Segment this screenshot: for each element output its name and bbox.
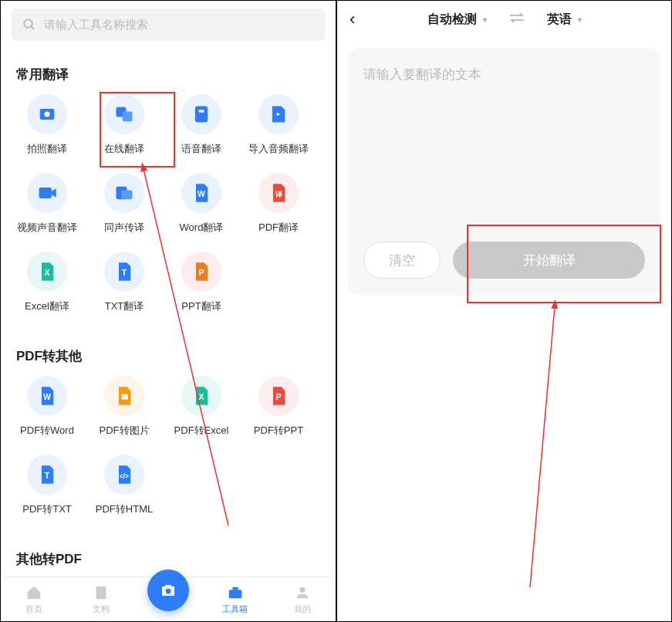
ppt-icon: P (181, 252, 221, 292)
svg-rect-17 (122, 394, 128, 400)
section-title-1: 常用翻译 (1, 49, 336, 94)
tools-grid-2: W PDF转Word PDF转图片 X PDF转Excel P PDF转PPT … (1, 376, 336, 533)
button-row: 清空 开始翻译 (363, 242, 645, 279)
svg-rect-10 (122, 191, 133, 200)
svg-text:P: P (275, 392, 281, 401)
nav-toolbox[interactable]: 工具箱 (201, 577, 268, 621)
svg-line-28 (530, 306, 555, 587)
import-audio-icon (258, 94, 299, 134)
pdf2word-icon: W (27, 376, 67, 416)
swap-button[interactable] (508, 12, 525, 26)
camera-fab-icon (147, 570, 189, 611)
tool-label: 在线翻译 (104, 142, 144, 156)
svg-text:T: T (122, 268, 127, 277)
svg-text:译: 译 (275, 191, 283, 198)
nav-label: 首页 (25, 603, 42, 615)
tool-pdf2image[interactable]: PDF转图片 (86, 376, 163, 438)
tool-label: PDF转PPT (254, 424, 303, 438)
doc-icon (92, 583, 110, 602)
top-bar: ‹ 自动检测▾ 英语▾ (337, 1, 671, 38)
svg-text:X: X (198, 392, 204, 401)
svg-text:</>: </> (120, 473, 129, 480)
svg-rect-8 (39, 188, 52, 198)
nav-label: 我的 (294, 603, 311, 615)
tool-txt-translate[interactable]: T TXT翻译 (86, 252, 163, 313)
search-input[interactable]: 请输入工具名称搜索 (12, 8, 325, 41)
svg-text:W: W (43, 392, 51, 401)
search-icon (22, 18, 36, 32)
home-icon (25, 583, 43, 602)
tool-label: 拍照翻译 (27, 142, 67, 156)
tool-pdf2txt[interactable]: T PDF转TXT (8, 455, 86, 516)
svg-text:T: T (45, 471, 50, 480)
svg-point-0 (24, 19, 32, 28)
excel-icon: X (27, 252, 67, 292)
tool-pdf2html[interactable]: </> PDF转HTML (86, 455, 163, 516)
translate-screen: ‹ 自动检测▾ 英语▾ 请输入要翻译的文本 清空 开始翻译 (336, 0, 672, 622)
pdf2ppt-icon: P (258, 376, 299, 416)
tools-grid-1: 拍照翻译 在线翻译 语音翻译 导入音频翻译 视频声音翻译 同声传译 W Word… (1, 94, 336, 330)
tool-photo-translate[interactable]: 拍照翻译 (8, 94, 86, 156)
svg-rect-6 (195, 106, 208, 123)
online-translate-icon (104, 94, 144, 134)
svg-line-1 (31, 26, 34, 29)
target-language-selector[interactable]: 英语▾ (544, 12, 585, 28)
target-lang: 英语 (547, 12, 572, 28)
nav-doc[interactable]: 文档 (68, 577, 135, 621)
tool-word-translate[interactable]: W Word翻译 (163, 173, 240, 235)
bottom-nav: 首页 文档 工具箱 我的 (1, 576, 336, 621)
tool-pdf2word[interactable]: W PDF转Word (8, 376, 86, 438)
translate-input-card: 请输入要翻译的文本 清空 开始翻译 (348, 49, 660, 296)
txt-icon: T (104, 252, 144, 292)
simultaneous-icon (104, 173, 144, 213)
toolbox-screen: 请输入工具名称搜索 常用翻译 拍照翻译 在线翻译 语音翻译 导入音频翻译 视频声… (0, 0, 336, 622)
tool-excel-translate[interactable]: X Excel翻译 (8, 252, 86, 313)
tool-voice-translate[interactable]: 语音翻译 (163, 94, 240, 156)
tool-label: PDF转TXT (22, 502, 72, 516)
tool-simultaneous[interactable]: 同声传译 (86, 173, 163, 235)
tool-label: PDF转图片 (100, 424, 150, 438)
tool-ppt-translate[interactable]: P PPT翻译 (163, 252, 240, 313)
svg-rect-5 (123, 112, 133, 122)
svg-point-3 (45, 112, 50, 117)
word-icon: W (181, 173, 221, 213)
tool-online-translate[interactable]: 在线翻译 (86, 94, 163, 156)
tool-label: PPT翻译 (181, 299, 221, 313)
nav-mine[interactable]: 我的 (268, 577, 336, 621)
svg-point-24 (165, 588, 171, 593)
tool-label: PDF转Excel (174, 424, 229, 438)
tool-label: PDF转HTML (96, 502, 153, 516)
svg-rect-25 (229, 590, 242, 598)
chevron-down-icon: ▾ (578, 15, 582, 24)
tool-pdf2excel[interactable]: X PDF转Excel (163, 376, 240, 438)
clear-button[interactable]: 清空 (363, 242, 441, 279)
svg-point-27 (299, 587, 305, 593)
video-translate-icon (27, 173, 67, 213)
pdf2html-icon: </> (104, 455, 144, 495)
nav-camera[interactable] (135, 577, 202, 621)
translate-button[interactable]: 开始翻译 (453, 242, 645, 279)
swap-icon (508, 12, 525, 23)
search-placeholder: 请输入工具名称搜索 (44, 18, 148, 32)
source-language-selector[interactable]: 自动检测▾ (424, 12, 490, 28)
photo-translate-icon (27, 94, 67, 134)
nav-label: 文档 (93, 603, 110, 615)
tool-label: 视频声音翻译 (17, 221, 77, 235)
chevron-down-icon: ▾ (483, 15, 487, 24)
nav-home[interactable]: 首页 (1, 577, 68, 621)
toolbox-icon (226, 583, 245, 602)
back-button[interactable]: ‹ (350, 9, 355, 29)
tool-video-translate[interactable]: 视频声音翻译 (8, 173, 86, 235)
tool-pdf2ppt[interactable]: P PDF转PPT (240, 376, 317, 438)
tool-pdf-translate[interactable]: 译 PDF翻译 (240, 173, 317, 235)
svg-rect-23 (96, 587, 106, 600)
tool-label: 导入音频翻译 (248, 142, 309, 156)
tool-label: 同声传译 (104, 221, 144, 235)
tool-import-audio[interactable]: 导入音频翻译 (240, 94, 317, 156)
section-title-2: PDF转其他 (1, 330, 336, 376)
svg-text:X: X (44, 268, 49, 277)
translate-input[interactable]: 请输入要翻译的文本 (363, 66, 645, 226)
svg-rect-26 (232, 587, 238, 590)
tool-label: PDF翻译 (258, 221, 299, 235)
pdf-icon: 译 (258, 173, 299, 213)
